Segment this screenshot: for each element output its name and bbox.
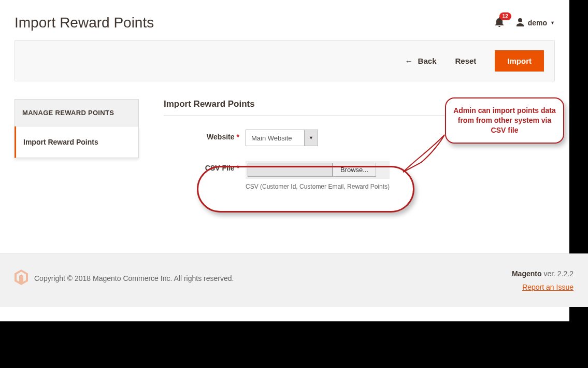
import-button[interactable]: Import <box>495 50 544 72</box>
file-path-display <box>248 163 333 177</box>
sidebar-heading: MANAGE REWARD POINTS <box>15 99 139 126</box>
sidebar: MANAGE REWARD POINTS Import Reward Point… <box>15 99 139 205</box>
footer-version: Magento ver. 2.2.2 <box>512 270 573 278</box>
back-label: Back <box>418 56 437 65</box>
user-area: 12 demo ▼ <box>495 17 555 29</box>
page-header: Import Reward Points 12 demo ▼ <box>15 0 555 40</box>
magento-logo-icon <box>15 270 28 287</box>
right-black-edge <box>569 0 588 368</box>
caret-down-icon: ▼ <box>550 20 555 25</box>
sidebar-item-import-reward-points[interactable]: Import Reward Points <box>15 126 139 158</box>
notifications-button[interactable]: 12 <box>495 17 504 29</box>
bell-icon <box>495 20 504 29</box>
csv-label: CSV File* <box>164 161 239 172</box>
csv-field-row: CSV File* Browse... CSV (Customer Id, Cu… <box>164 161 555 190</box>
website-label: Website* <box>164 130 239 141</box>
csv-file-input[interactable]: Browse... <box>246 161 390 179</box>
username-label: demo <box>528 19 547 27</box>
back-button[interactable]: ← Back <box>405 56 437 65</box>
browse-button[interactable]: Browse... <box>333 163 376 177</box>
page-title: Import Reward Points <box>15 15 154 31</box>
website-select[interactable]: ▼ <box>246 130 318 146</box>
arrow-left-icon: ← <box>405 56 413 65</box>
bottom-black-bar <box>0 321 588 368</box>
chevron-down-icon: ▼ <box>305 130 318 146</box>
report-issue-link[interactable]: Report an Issue <box>522 283 573 291</box>
required-asterisk: * <box>237 164 239 172</box>
avatar-icon <box>515 18 525 29</box>
required-asterisk: * <box>237 133 239 141</box>
notification-badge: 12 <box>499 12 511 20</box>
footer-copyright: Copyright © 2018 Magento Commerce Inc. A… <box>34 274 234 282</box>
reset-button[interactable]: Reset <box>455 56 476 65</box>
website-select-input[interactable] <box>246 130 305 146</box>
annotation-callout: Admin can import points data from from o… <box>445 97 564 144</box>
action-toolbar: ← Back Reset Import <box>15 40 555 81</box>
user-menu[interactable]: demo ▼ <box>515 18 555 29</box>
csv-hint: CSV (Customer Id, Customer Email, Reward… <box>246 183 390 190</box>
footer: Copyright © 2018 Magento Commerce Inc. A… <box>0 253 588 307</box>
